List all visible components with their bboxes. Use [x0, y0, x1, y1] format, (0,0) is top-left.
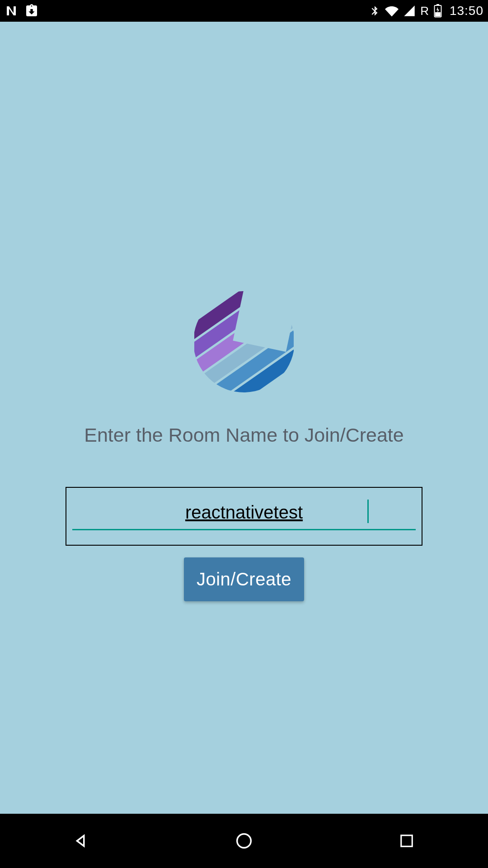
status-clock: 13:50 — [450, 4, 483, 18]
status-bar: R 13:50 — [0, 0, 488, 22]
android-nav-bar — [0, 814, 488, 868]
app-screen: Enter the Room Name to Join/Create Join/… — [0, 22, 488, 814]
assignment-returned-icon — [24, 4, 39, 18]
svg-rect-10 — [233, 288, 294, 352]
status-right: R 13:50 — [369, 4, 483, 18]
battery-charging-icon — [433, 4, 442, 18]
recents-button[interactable] — [384, 818, 429, 863]
back-button[interactable] — [59, 818, 104, 863]
svg-rect-2 — [435, 12, 441, 16]
join-create-button[interactable]: Join/Create — [184, 557, 304, 601]
room-name-input-wrap[interactable] — [66, 487, 422, 546]
room-name-input[interactable] — [72, 502, 416, 526]
bluetooth-icon — [369, 5, 380, 17]
status-left — [5, 4, 39, 18]
wifi-icon — [385, 4, 399, 18]
prompt-label: Enter the Room Name to Join/Create — [84, 424, 404, 446]
svg-rect-1 — [436, 4, 439, 5]
roaming-indicator: R — [420, 4, 429, 18]
home-button[interactable] — [221, 818, 267, 863]
app-logo-icon — [194, 288, 294, 392]
svg-point-11 — [237, 834, 251, 848]
input-underline — [72, 529, 416, 530]
text-cursor-icon — [367, 500, 369, 523]
cellular-signal-icon — [403, 5, 416, 17]
notification-n-icon — [5, 4, 18, 18]
svg-rect-12 — [401, 835, 413, 847]
